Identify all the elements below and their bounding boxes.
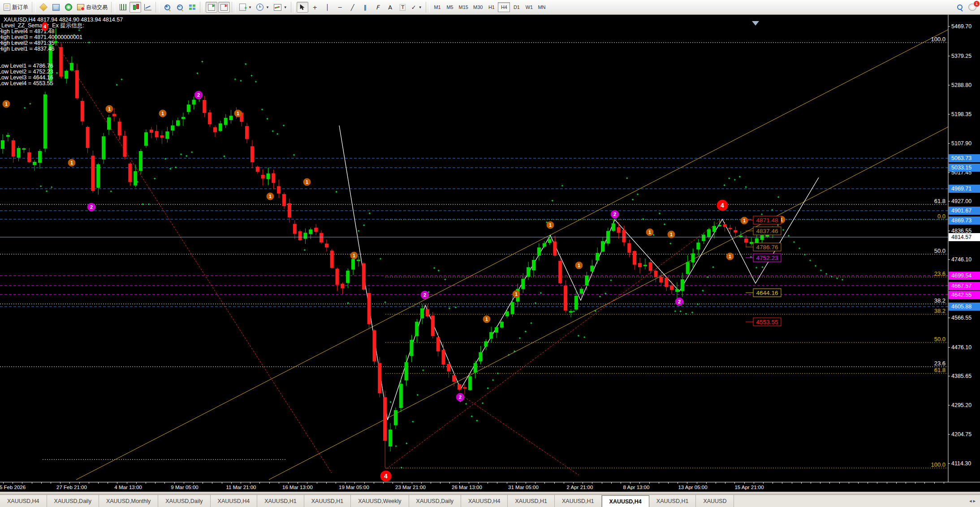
timeframe-m1-button[interactable]: M1 (432, 2, 444, 12)
candle-body (177, 121, 180, 126)
zoom-out-button[interactable]: − (174, 2, 186, 13)
chart-tab[interactable]: XAUUSD,H1 (304, 495, 351, 507)
timeframe-d1-button[interactable]: D1 (510, 2, 522, 12)
candle-body (670, 286, 673, 290)
crosshair-button[interactable]: + (309, 2, 321, 13)
time-axis-tick (497, 482, 497, 484)
chart-tab[interactable]: XAUUSD,H4 (211, 495, 258, 507)
toolbar-separator (111, 2, 115, 13)
search-button[interactable] (954, 2, 966, 13)
market-watch-button[interactable] (50, 2, 62, 13)
vline-button[interactable]: │ (322, 2, 333, 13)
crosshair-icon: + (312, 4, 317, 11)
hline-button[interactable]: ─ (334, 2, 346, 13)
time-axis-tick (526, 482, 526, 484)
time-axis[interactable]: 5 Feb 202627 Feb 21:004 Mar 13:009 Mar 0… (0, 482, 980, 492)
time-axis-tick (326, 482, 327, 484)
indicator-dot (761, 213, 763, 215)
cursor-button[interactable] (297, 2, 308, 13)
candle-body (723, 225, 726, 227)
tab-scroll-arrows[interactable]: ◂ ▸ (965, 495, 980, 507)
timeframe-mn-button[interactable]: MN (535, 2, 548, 12)
fib-label: 50.0 (934, 336, 945, 342)
candle-body (187, 105, 190, 112)
new-order-label: 新订单 (12, 4, 28, 11)
chart-tab[interactable]: XAUUSD,Daily (47, 495, 99, 507)
chart-tab[interactable]: XAUUSD,Monthly (99, 495, 158, 507)
chart-tab[interactable]: XAUUSD,H4 (0, 495, 47, 507)
fib-label: 38.2 (934, 308, 945, 314)
templates-button[interactable]: ▼ (237, 2, 254, 13)
candle-body (283, 194, 286, 206)
indicator-dot (201, 61, 203, 62)
trendline-button[interactable]: ╱ (347, 2, 358, 13)
chart-tab[interactable]: XAUUSD,H4 (461, 495, 508, 507)
indicator-dot (702, 290, 704, 291)
indicators-button[interactable]: ▼ (272, 2, 289, 13)
chart-tab[interactable]: XAUUSD (696, 495, 734, 507)
indicator-dot (336, 191, 337, 193)
indicator-dot (223, 156, 225, 157)
timeframe-m5-button[interactable]: M5 (444, 2, 456, 12)
indicator-dot (653, 234, 655, 236)
chart-tab[interactable]: XAUUSD,H1 (257, 495, 304, 507)
tile-windows-button[interactable] (186, 2, 198, 13)
bar-chart-button[interactable] (117, 2, 129, 13)
price-chart[interactable]: 111111111111111112222224444871.484837.46… (0, 15, 980, 482)
timeframe-h1-button[interactable]: H1 (485, 2, 497, 12)
indicator-dot (739, 176, 741, 178)
chart-area[interactable]: 111111111111111112222224444871.484837.46… (0, 15, 980, 482)
candle-body (86, 127, 89, 148)
candle-body (415, 322, 419, 336)
new-order-button[interactable]: 新订单 (2, 2, 30, 13)
price-level-boxes: 4871.484837.464786.764752.234644.164553.… (746, 216, 781, 326)
time-axis-tick (336, 482, 336, 484)
time-axis-tick (544, 482, 545, 484)
chart-tab[interactable]: XAUUSD,H1 (555, 495, 602, 507)
metaeditor-button[interactable] (38, 2, 49, 13)
semafor-label: 1 (306, 180, 308, 185)
text-button[interactable]: A (384, 2, 396, 13)
chart-tab[interactable]: XAUUSD,H1 (508, 495, 555, 507)
auto-scroll-button[interactable]: ▶ (206, 2, 217, 13)
chart-tab[interactable]: XAUUSD,Daily (158, 495, 210, 507)
timeframe-h4-button[interactable]: H4 (498, 2, 510, 12)
timeframe-m30-button[interactable]: M30 (471, 2, 485, 12)
price-axis-highlight-value: 4969.71 (951, 186, 971, 192)
auto-trading-button[interactable]: 自动交易 (75, 2, 109, 13)
candle-body (622, 230, 626, 242)
label-button[interactable]: T (397, 2, 409, 13)
timeframe-m15-button[interactable]: M15 (457, 2, 471, 12)
channel-button[interactable]: ∥ (359, 2, 371, 13)
vline-icon: │ (326, 4, 329, 11)
chart-tab[interactable]: XAUUSD,Daily (409, 495, 461, 507)
candle-body (442, 350, 445, 364)
indicator-dot (56, 72, 58, 74)
time-axis-tick (896, 482, 897, 484)
navigator-button[interactable] (63, 2, 74, 13)
chart-tab[interactable]: XAUUSD,Weekly (351, 495, 409, 507)
semafor-label: 1 (353, 253, 355, 258)
candle-body (267, 174, 270, 179)
candlestick-button[interactable] (130, 2, 141, 13)
chart-tab[interactable]: XAUUSD,H4 (602, 495, 649, 507)
toolbar: 新订单 自动交易 + − ▶ ▶ ▼ ▼ ▼ (0, 0, 980, 15)
time-axis-tick (259, 482, 260, 484)
candle-body (155, 131, 158, 137)
candle-body (12, 141, 15, 156)
symbol-ohlc-text: XAUUSD,H4 4817.94 4824.90 4813.94 4814.5… (4, 17, 123, 23)
line-chart-button[interactable] (142, 2, 154, 13)
timeframe-w1-button[interactable]: W1 (523, 2, 535, 12)
periods-button[interactable]: ▼ (255, 2, 271, 13)
candle-body (229, 116, 233, 120)
arrows-button[interactable]: ✓▼ (410, 2, 424, 13)
chart-tab[interactable]: XAUUSD,H1 (649, 495, 696, 507)
notifications-button[interactable]: 1 (967, 2, 978, 13)
candle-body (548, 239, 551, 243)
fibonacci-button[interactable]: F (372, 2, 384, 13)
zoom-in-button[interactable]: + (161, 2, 173, 13)
chart-shift-button[interactable]: ▶ (218, 2, 230, 13)
candle-body (691, 254, 695, 262)
candle-body (214, 127, 217, 132)
indicator-dot (637, 193, 639, 195)
